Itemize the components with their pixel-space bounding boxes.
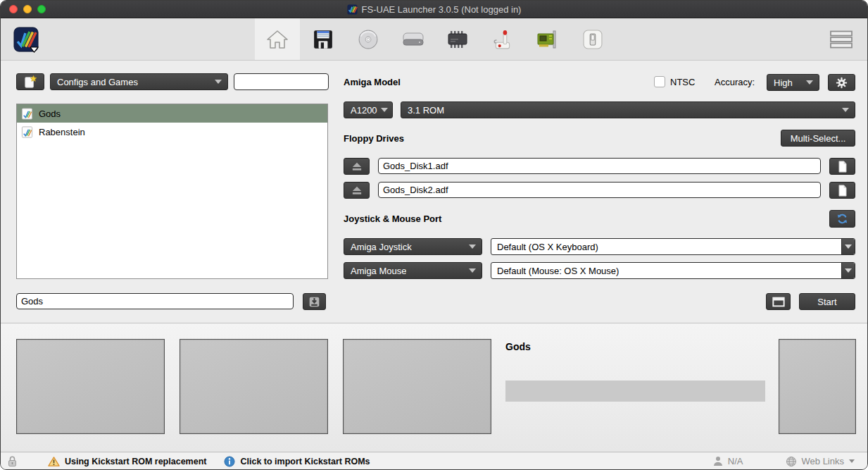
web-links-menu[interactable]: Web Links: [786, 456, 855, 467]
model-settings-button[interactable]: [828, 74, 855, 91]
rom-chip-icon: [446, 30, 469, 49]
config-item-label: Gods: [39, 109, 61, 119]
config-list[interactable]: Gods Rabenstein: [16, 104, 328, 279]
search-input[interactable]: [234, 73, 329, 90]
port0-mode-dropdown[interactable]: Amiga Mouse: [344, 262, 482, 279]
minimize-button[interactable]: [23, 5, 32, 13]
expansion-card-icon: [536, 29, 560, 50]
titlebar[interactable]: FS-UAE Launcher 3.0.5 (Not logged in): [1, 1, 867, 18]
game-cover-placeholder: [779, 339, 856, 434]
browse-df1-button[interactable]: [829, 182, 855, 199]
eject-df1-button[interactable]: [344, 182, 370, 199]
tab-floppies[interactable]: [303, 18, 343, 60]
config-item-label: Rabenstein: [39, 127, 85, 137]
ntsc-checkbox[interactable]: [654, 76, 665, 87]
screenshot-placeholder-3: [343, 339, 491, 434]
power-switch-icon: [583, 30, 603, 49]
save-icon: [308, 296, 320, 308]
window-title: FS-UAE Launcher 3.0.5 (Not logged in): [347, 4, 522, 15]
tab-hard-drives[interactable]: [394, 18, 433, 60]
kickstart-warning-text: Using Kickstart ROM replacement: [65, 457, 206, 466]
kickstart-import-text: Click to import Kickstart ROMs: [240, 457, 370, 466]
save-config-button[interactable]: [303, 293, 326, 310]
ntsc-label: NTSC: [670, 77, 695, 87]
joystick-icon: [492, 29, 513, 50]
accuracy-label: Accuracy:: [715, 77, 755, 87]
main-menu-button[interactable]: [828, 28, 855, 51]
refresh-icon: [836, 213, 848, 225]
refresh-devices-button[interactable]: [829, 210, 855, 228]
kickstart-import[interactable]: Click to import Kickstart ROMs: [224, 456, 370, 467]
df0-path-input[interactable]: [378, 158, 821, 174]
person-icon: [713, 456, 723, 466]
config-name-input[interactable]: [16, 293, 294, 309]
accuracy-dropdown-value: High: [767, 78, 793, 88]
ports-section-label: Joystick & Mouse Port: [344, 214, 441, 224]
chevron-down-icon: [381, 108, 388, 112]
port0-device-value: Default (Mouse: OS X Mouse): [491, 266, 619, 276]
kickstart-dropdown-value: 3.1 ROM: [401, 105, 444, 116]
padlock-icon: [7, 455, 18, 467]
amiga-model-dropdown[interactable]: A1200: [344, 101, 393, 118]
accuracy-dropdown[interactable]: High: [767, 74, 819, 91]
game-info-panel: Gods: [1, 323, 867, 452]
chevron-down-icon[interactable]: [841, 239, 855, 254]
chevron-down-icon: [806, 80, 813, 85]
config-list-item-rabenstein[interactable]: Rabenstein: [17, 123, 327, 141]
port1-mode-dropdown[interactable]: Amiga Joystick: [344, 238, 482, 255]
zoom-button[interactable]: [37, 5, 46, 13]
tab-hardware[interactable]: [438, 18, 477, 60]
port1-device-combo[interactable]: Default (OS X Keyboard): [491, 238, 855, 255]
statusbar: Using Kickstart ROM replacement Click to…: [1, 452, 867, 470]
fullscreen-window-icon: [772, 297, 785, 307]
start-button[interactable]: Start: [799, 293, 855, 310]
info-icon: [224, 456, 235, 467]
menu-icon: [829, 29, 854, 50]
game-title: Gods: [505, 341, 531, 352]
tab-cdroms[interactable]: [348, 18, 388, 60]
multi-select-button[interactable]: Multi-Select...: [781, 130, 855, 147]
document-icon: [838, 161, 848, 173]
kickstart-dropdown[interactable]: 3.1 ROM: [401, 101, 855, 118]
chevron-down-icon: [842, 108, 849, 112]
config-list-item-gods[interactable]: Gods: [17, 104, 327, 123]
tab-expansions[interactable]: [528, 18, 567, 60]
port0-mode-value: Amiga Mouse: [344, 266, 406, 276]
tab-config[interactable]: [258, 18, 297, 60]
globe-icon: [786, 456, 797, 467]
screenshot-placeholder-2: [180, 339, 328, 434]
chevron-down-icon[interactable]: [841, 263, 855, 278]
eject-icon: [351, 185, 363, 195]
traffic-lights: [9, 5, 46, 13]
document-icon: [838, 185, 848, 197]
floppy-disk-icon: [313, 29, 334, 50]
tab-additional-config[interactable]: [573, 18, 612, 60]
cd-rom-icon: [358, 29, 379, 50]
port0-device-combo[interactable]: Default (Mouse: OS X Mouse): [491, 262, 855, 279]
chevron-down-icon: [215, 80, 222, 84]
amiga-model-dropdown-value: A1200: [344, 105, 377, 116]
chevron-down-icon: [469, 245, 476, 249]
app-logo-button[interactable]: [12, 25, 42, 55]
lock-status[interactable]: [7, 455, 18, 467]
gear-icon: [836, 77, 848, 89]
browse-df0-button[interactable]: [829, 158, 855, 175]
close-button[interactable]: [9, 5, 18, 13]
eject-df0-button[interactable]: [344, 158, 370, 175]
fullscreen-toggle-button[interactable]: [766, 293, 791, 310]
start-button-label: Start: [817, 297, 836, 307]
fs-uae-launcher-window: FS-UAE Launcher 3.0.5 (Not logged in): [0, 0, 868, 470]
tab-input[interactable]: [483, 18, 522, 60]
login-status[interactable]: N/A: [713, 456, 743, 466]
chevron-down-icon: [469, 268, 476, 273]
port1-device-value: Default (OS X Keyboard): [491, 242, 598, 252]
hard-drive-icon: [402, 30, 424, 49]
screenshot-placeholder-1: [16, 339, 165, 434]
kickstart-warning[interactable]: Using Kickstart ROM replacement: [48, 456, 206, 467]
config-browser-dropdown[interactable]: Configs and Games: [50, 73, 228, 90]
amiga-model-section-label: Amiga Model: [344, 77, 401, 87]
warning-icon: [48, 456, 60, 467]
df1-path-input[interactable]: [378, 182, 821, 198]
new-config-button[interactable]: [16, 73, 44, 90]
toolbar: [1, 18, 867, 61]
